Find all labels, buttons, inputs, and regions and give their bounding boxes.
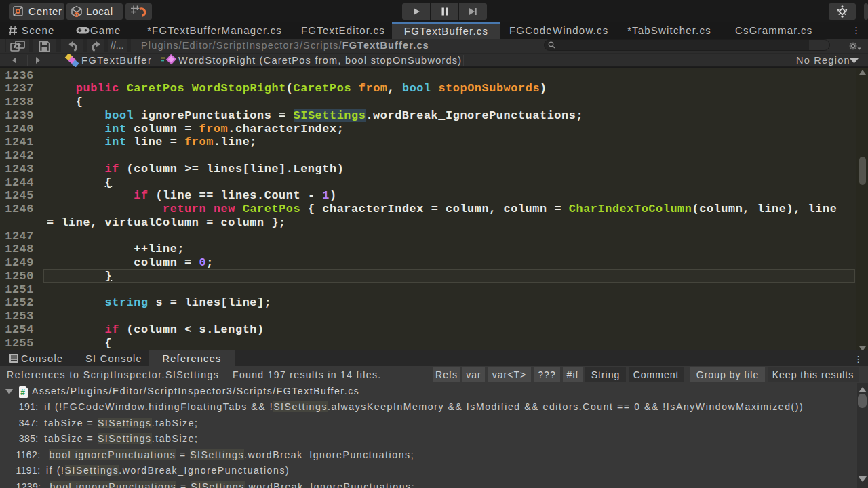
svg-text:#: #	[20, 388, 26, 397]
